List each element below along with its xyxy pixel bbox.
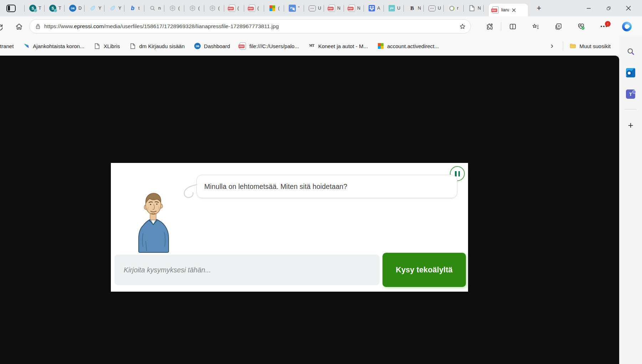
browser-tab[interactable]: bt: [124, 0, 144, 16]
bookmark-label: tranet: [0, 43, 14, 49]
bookmark-label: dm Kirjaudu sisään: [139, 43, 185, 49]
bookmark-item[interactable]: tranet: [0, 43, 14, 49]
browser-tab[interactable]: (: [184, 0, 204, 16]
sharepoint-favicon: S: [49, 5, 56, 12]
refresh-icon[interactable]: [0, 22, 4, 32]
sidebar-divider: [625, 109, 637, 109]
tab-actions-menu-button[interactable]: [6, 3, 16, 14]
tab-title-sliver: (: [218, 6, 222, 11]
tab-strip: ST ST DBD Y Y bt n ( ( ( PDF( PDF( ( Pic…: [0, 0, 642, 16]
browser-tab[interactable]: ⋯U: [424, 0, 444, 16]
lock-icon[interactable]: [35, 23, 41, 30]
speech-bubble-tail: [181, 183, 198, 200]
bookmark-label: account.activedirect...: [387, 43, 439, 49]
bookmark-item[interactable]: XLibris: [94, 43, 120, 49]
update-badge: ↑: [605, 21, 611, 27]
browser-tab[interactable]: n: [144, 0, 164, 16]
bookmark-item[interactable]: dm Kirjaudu sisään: [129, 43, 185, 49]
browser-tab[interactable]: A: [364, 0, 384, 16]
tab-title-sliver: Y: [98, 6, 102, 11]
browser-tab[interactable]: PDFN: [324, 0, 344, 16]
bookmarks-overflow-chevron[interactable]: ›: [547, 41, 556, 51]
address-bar[interactable]: https://www.epressi.com/media/userfiles/…: [29, 19, 471, 34]
tab-title-sliver: D: [78, 6, 82, 11]
hexagon-tree-favicon: [189, 5, 196, 12]
split-screen-button[interactable]: [505, 20, 520, 33]
favorites-button[interactable]: [528, 20, 543, 33]
browser-tab[interactable]: r: [444, 0, 464, 16]
bookmark-item[interactable]: Ajankohtaista koron...: [23, 43, 84, 49]
browser-tab[interactable]: PDFN: [344, 0, 364, 16]
browser-tab[interactable]: (: [204, 0, 224, 16]
tab-title-sliver: r: [457, 6, 461, 11]
browser-tab[interactable]: PDF(: [244, 0, 264, 16]
pdf-favicon: PDF: [249, 5, 255, 12]
copilot-button[interactable]: [620, 20, 634, 33]
hexagon-tree-favicon: [169, 5, 176, 12]
bookmark-item[interactable]: DBDashboard: [194, 43, 230, 49]
yle-favicon: yle: [389, 5, 395, 11]
settings-menu-button[interactable]: ↑: [597, 20, 611, 33]
pause-icon: [458, 171, 460, 176]
leaf-favicon: [89, 5, 96, 12]
tab-title-sliver: N: [337, 6, 341, 11]
minimize-button[interactable]: [579, 0, 599, 16]
window-controls: [579, 0, 642, 16]
page-content-area: Minulla on lehtometsää. Miten sitä hoide…: [0, 56, 619, 364]
sidebar-add-button[interactable]: +: [623, 118, 638, 132]
other-favorites-folder[interactable]: Muut suosikit: [570, 43, 611, 49]
bookmarks-bar: tranet Ajankohtaista koron... XLibris dm…: [0, 36, 619, 56]
browser-tab[interactable]: yleU: [384, 0, 404, 16]
browser-tab[interactable]: Pic": [284, 0, 304, 16]
browser-tab[interactable]: ST: [45, 0, 65, 16]
active-tab-title: lianapressfile-1728967773811.jpg: [501, 7, 509, 12]
browser-essentials-button[interactable]: [574, 20, 588, 33]
browser-tab[interactable]: DBD: [65, 0, 84, 16]
sidebar-outlook-button[interactable]: [623, 66, 638, 80]
copilot-icon: [622, 22, 632, 31]
tab-actions-icon: [6, 5, 16, 12]
browser-tab[interactable]: PDF(: [224, 0, 244, 16]
browser-tab[interactable]: BN: [404, 0, 424, 16]
close-tab-icon[interactable]: [510, 7, 517, 13]
bookmark-label: file:///C:/Users/palo...: [249, 43, 299, 49]
tab-title-sliver: U: [438, 6, 441, 11]
browser-tab[interactable]: ⋯U: [304, 0, 324, 16]
extensions-button[interactable]: [482, 20, 497, 33]
browser-tab[interactable]: (: [164, 0, 184, 16]
question-input[interactable]: Kirjoita kysymyksesi tähän...: [114, 255, 380, 285]
bookmarks-divider: [563, 41, 563, 51]
input-placeholder: Kirjoita kysymyksesi tähän...: [124, 266, 211, 274]
new-tab-button[interactable]: +: [534, 3, 544, 14]
browser-tab[interactable]: Y: [104, 0, 124, 16]
tab-title-sliver: U: [318, 6, 322, 11]
bookmark-item[interactable]: account.activedirect...: [378, 43, 439, 49]
active-tab[interactable]: PDF lianapressfile-1728967773811.jpg: [489, 4, 528, 16]
sidebar-search-button[interactable]: [623, 44, 638, 58]
toolbar-divider: [501, 22, 501, 31]
browser-tab[interactable]: N: [464, 0, 484, 16]
outlook-icon: [626, 68, 635, 77]
tab-title-sliver: ": [298, 6, 302, 11]
gothic-b-favicon: B: [409, 5, 416, 12]
leaf-favicon: [109, 5, 116, 12]
url-text[interactable]: https://www.epressi.com/media/userfiles/…: [44, 23, 456, 30]
tabs-container: ST ST DBD Y Y bt n ( ( ( PDF( PDF( ( Pic…: [24, 0, 484, 16]
ask-ai-button[interactable]: Kysy tekoälyltä: [382, 253, 466, 287]
bookmark-item[interactable]: PDFfile:///C:/Users/palo...: [240, 42, 299, 50]
favorite-star-icon[interactable]: [459, 23, 466, 30]
browser-tab[interactable]: (: [264, 0, 284, 16]
browser-tab[interactable]: Y: [84, 0, 104, 16]
collections-button[interactable]: [551, 20, 565, 33]
tab-title-sliver: (: [278, 6, 282, 11]
sidebar-teams-button[interactable]: T: [623, 87, 638, 101]
restore-button[interactable]: [599, 0, 618, 16]
close-window-button[interactable]: [618, 0, 638, 16]
tab-title-sliver: (: [237, 6, 241, 11]
home-button[interactable]: [13, 20, 25, 32]
blank-page-favicon: [468, 5, 476, 12]
browser-tab[interactable]: ST: [25, 0, 45, 16]
bookmark-item[interactable]: MTKoneet ja autot - M...: [309, 43, 368, 49]
page-favicon: [94, 43, 101, 49]
edge-sidebar: T +: [619, 36, 642, 364]
